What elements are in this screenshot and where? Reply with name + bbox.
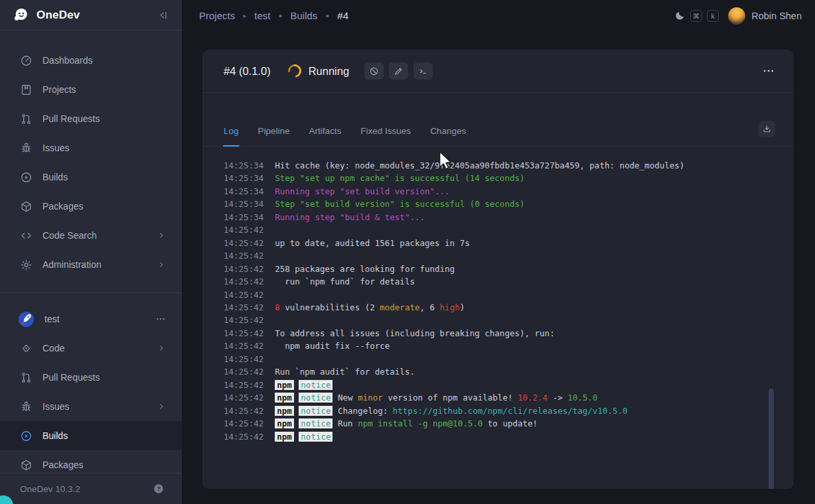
log-badge-npm: npm	[275, 380, 294, 390]
sidebar-item-label: Code Search	[42, 230, 97, 241]
sidebar-item-label: Issues	[42, 401, 69, 412]
sidebar-item-builds[interactable]: Builds	[0, 162, 182, 192]
sidebar-item-pull-requests[interactable]: Pull Requests	[0, 363, 182, 392]
sidebar-item-label: Code	[42, 343, 64, 353]
log-line: 14:25:42up to date, audited 1561 package…	[224, 237, 794, 249]
log-timestamp: 14:25:42	[224, 290, 263, 300]
log-text: 10.2.4	[518, 393, 548, 403]
book-icon	[20, 84, 33, 96]
tab-log[interactable]: Log	[224, 126, 239, 146]
breadcrumb-builds[interactable]: Builds	[290, 10, 317, 21]
breadcrumb-projects[interactable]: Projects	[199, 10, 235, 21]
log-text: Run	[333, 418, 358, 428]
log-timestamp: 14:25:42	[224, 432, 263, 442]
user-avatar[interactable]	[728, 7, 745, 25]
svg-text:?: ?	[157, 485, 161, 492]
onedev-logo-icon[interactable]	[12, 6, 30, 24]
log-text: up to date, audited 1561 packages in 7s	[275, 238, 470, 248]
log-text: Run `npm audit` for details.	[275, 367, 415, 377]
pencil-icon	[394, 66, 404, 76]
log-text: ->	[548, 393, 567, 403]
log-lines: 14:25:34Hit cache (key: node_modules_32/…	[202, 147, 794, 443]
log-link[interactable]: https://github.com/npm/cli/releases/tag/…	[393, 406, 628, 416]
build-status: Running	[309, 65, 349, 78]
sidebar-item-label: Projects	[42, 84, 76, 95]
log-text: version of npm available!	[383, 393, 518, 403]
project-more-icon[interactable]	[155, 314, 166, 324]
web-terminal-button[interactable]	[413, 62, 433, 80]
log-badge-notice: notice	[299, 393, 333, 403]
onedev-build-page: { "app": { "name": "OneDev", "version": …	[0, 0, 815, 504]
breadcrumb-separator: ▸	[243, 12, 246, 19]
sidebar-item-administration[interactable]: Administration	[0, 250, 182, 279]
sidebar-item-builds[interactable]: Builds	[0, 421, 182, 450]
app-version: OneDev 10.3.2	[20, 484, 80, 494]
sidebar-item-issues[interactable]: Issues	[0, 392, 182, 421]
project-name: test	[44, 314, 60, 324]
tab-changes[interactable]: Changes	[430, 126, 466, 146]
dark-mode-toggle-icon[interactable]	[674, 10, 686, 21]
sidebar-item-dashboards[interactable]: Dashboards	[0, 46, 182, 75]
gauge-icon	[20, 54, 33, 67]
sidebar-item-label: Issues	[42, 143, 69, 153]
log-badge-notice: notice	[299, 432, 333, 442]
log-text: to update!	[482, 418, 538, 428]
chevron-right-icon	[157, 344, 166, 353]
log-text: Running step "build & test"...	[275, 212, 425, 222]
log-badge-notice: notice	[299, 380, 333, 390]
sidebar-item-label: Pull Requests	[42, 113, 100, 124]
app-name[interactable]: OneDev	[37, 9, 80, 22]
build-actions	[364, 62, 433, 80]
sidebar-item-issues[interactable]: Issues	[0, 133, 182, 162]
sidebar-project-nav: CodePull RequestsIssuesBuildsPackages	[0, 334, 182, 479]
tab-pipeline[interactable]: Pipeline	[258, 126, 290, 146]
sidebar-item-packages[interactable]: Packages	[0, 192, 182, 221]
help-icon[interactable]: ?	[153, 483, 165, 495]
sidebar-item-code[interactable]: Code	[0, 334, 182, 363]
log-timestamp: 14:25:34	[224, 173, 263, 183]
download-log-button[interactable]	[759, 121, 775, 137]
log-timestamp: 14:25:42	[224, 277, 263, 286]
play-circle-icon	[20, 171, 33, 184]
cancel-build-button[interactable]	[364, 62, 384, 80]
log-timestamp: 14:25:42	[224, 354, 263, 364]
sidebar-item-code-search[interactable]: Code Search	[0, 221, 182, 250]
gear-icon	[20, 259, 33, 271]
log-line: 14:25:42npm notice	[224, 379, 794, 391]
sidebar-item-projects[interactable]: Projects	[0, 75, 182, 104]
build-more-icon[interactable]	[762, 64, 775, 78]
log-timestamp: 14:25:42	[224, 328, 263, 338]
rocket-avatar-icon	[19, 312, 34, 327]
log-line: 14:25:42npm notice New minor version of …	[224, 391, 794, 404]
log-timestamp: 14:25:42	[224, 393, 263, 403]
sidebar-item-label: Pull Requests	[42, 372, 100, 383]
log-line: 14:25:42	[224, 249, 794, 262]
sidebar-item-label: Dashboards	[42, 55, 93, 66]
log-text: To address all issues (including breakin…	[275, 328, 554, 338]
tab-fixed-issues[interactable]: Fixed Issues	[360, 126, 411, 146]
sidebar-header: OneDev	[0, 0, 182, 31]
sidebar-main-nav: DashboardsProjectsPull RequestsIssuesBui…	[0, 31, 182, 279]
sidebar-collapse-icon[interactable]	[157, 9, 169, 21]
tab-list: LogPipelineArtifactsFixed IssuesChanges	[224, 126, 485, 146]
build-tabs: LogPipelineArtifactsFixed IssuesChanges	[202, 93, 794, 147]
log-line: 14:25:42	[224, 223, 794, 236]
log-timestamp: 14:25:34	[224, 186, 263, 196]
bug-icon	[20, 401, 33, 413]
build-header: #4 (0.1.0) Running	[202, 50, 794, 93]
log-line: 14:25:34Step "set build version" is succ…	[224, 198, 794, 210]
chevron-right-icon	[157, 402, 166, 411]
edit-build-button[interactable]	[389, 62, 408, 80]
tab-artifacts[interactable]: Artifacts	[309, 126, 342, 146]
log-line: 14:25:34Running step "build & test"...	[224, 211, 794, 223]
breadcrumb-project[interactable]: test	[254, 10, 270, 21]
sidebar-item-pull-requests[interactable]: Pull Requests	[0, 104, 182, 133]
user-name[interactable]: Robin Shen	[751, 11, 802, 21]
sidebar-project-header[interactable]: test	[0, 304, 182, 334]
log-text: npm audit fix --force	[275, 341, 390, 351]
log-line: 14:25:42 run `npm fund` for details	[224, 275, 794, 288]
log-text: run `npm fund` for details	[275, 277, 415, 286]
log-text: 258 packages are looking for funding	[275, 264, 455, 274]
log-text: 8	[275, 302, 280, 312]
log-scrollbar-thumb[interactable]	[769, 389, 774, 489]
